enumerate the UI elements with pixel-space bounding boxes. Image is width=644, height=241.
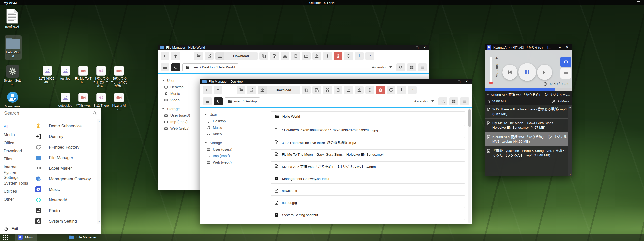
window-titlebar[interactable]: Kizuna AI × 花譜 #63 「かりそめ」 【... – ✕: [485, 44, 572, 50]
desktop-icon-file[interactable]: test.jpg: [56, 66, 74, 81]
paste-button[interactable]: [270, 52, 279, 60]
delete-button[interactable]: [334, 52, 342, 60]
file-row[interactable]: 3-12 There will be love there -愛のある場所-.m…: [271, 137, 465, 147]
delete-button[interactable]: [376, 86, 385, 94]
maximize-button[interactable]: ▢: [414, 46, 420, 49]
desktop-icon-file[interactable]: 【歌ってみた】愛にできる...: [92, 66, 110, 88]
playlist-item[interactable]: 3-12 There will be love there -愛のある場所-.m…: [485, 105, 568, 119]
breadcrumb[interactable]: user: / Desktop: [225, 97, 260, 105]
app-system-setting[interactable]: System Setting: [35, 216, 97, 224]
sidebar-item-drive-web[interactable]: Web (web:/): [162, 125, 200, 132]
paste-button[interactable]: [312, 86, 321, 94]
upload-button[interactable]: [355, 86, 364, 94]
category-all[interactable]: All: [0, 123, 31, 131]
new-folder-button[interactable]: [344, 86, 353, 94]
file-row[interactable]: Fly Me To The Moon _ Gawr Gura Sings _ H…: [271, 149, 465, 159]
category-system-tools[interactable]: System Tools: [0, 179, 31, 187]
minimize-button[interactable]: –: [407, 46, 412, 49]
up-button[interactable]: [171, 52, 180, 60]
app-dummy[interactable]: Dummy: [35, 131, 97, 142]
desktop-icon-newfile[interactable]: newfile.txt: [2, 9, 22, 29]
new-folder-button[interactable]: [302, 52, 311, 60]
app-management-gateway[interactable]: Management Gateway: [35, 174, 97, 184]
grid-view-button[interactable]: [407, 63, 416, 71]
menu-toggle-button[interactable]: [161, 63, 169, 71]
app-demo-subservice[interactable]: Demo Subservice: [35, 121, 97, 131]
help-button[interactable]: ?: [365, 52, 374, 60]
sort-dropdown[interactable]: Ascending: [372, 65, 392, 69]
search-button[interactable]: [438, 97, 447, 105]
window-titlebar[interactable]: File Manager - Desktop – ▢ ✕: [200, 79, 472, 84]
app-photo[interactable]: Photo: [35, 205, 97, 216]
scrollbar[interactable]: [468, 108, 471, 223]
refresh-button[interactable]: [344, 52, 353, 60]
download-button[interactable]: Download: [215, 52, 258, 60]
window-titlebar[interactable]: File Manager - Hello World – ▢ ✕: [158, 45, 429, 50]
progress-bar[interactable]: [485, 88, 572, 91]
category-office[interactable]: Office: [0, 139, 31, 147]
next-track-button[interactable]: [537, 65, 552, 80]
file-row[interactable]: output.jpg: [271, 198, 465, 208]
sidebar-section-storage[interactable]: Storage: [204, 140, 243, 146]
taskbar-item-file-manager[interactable]: File Manager: [66, 234, 99, 241]
desktop-icon-file[interactable]: 【歌ってみた】あの夏が飽...: [110, 66, 128, 88]
open-button[interactable]: [237, 86, 245, 94]
download-button[interactable]: Download: [258, 86, 300, 94]
volume-slider[interactable]: [490, 57, 492, 84]
desktop-icon-file[interactable]: 117346026_49...: [38, 66, 56, 84]
playlist-item[interactable]: Fly Me To The Moon _ Gawr Gura Sings _ H…: [485, 119, 568, 132]
app-list-scrollbar[interactable]: ▲ ▼: [97, 119, 101, 224]
rename-button[interactable]: [323, 52, 332, 60]
category-internet[interactable]: Internet: [0, 163, 31, 171]
sort-dropdown[interactable]: Ascending: [414, 99, 434, 103]
sidebar-item-drive-tmp[interactable]: tmp (tmp:/): [162, 119, 200, 125]
playlist-scrollbar[interactable]: ▲ ▼: [568, 105, 572, 176]
file-row[interactable]: Management Gateway.shortcut: [271, 174, 465, 184]
file-row-partial[interactable]: [271, 222, 465, 224]
desktop-icon-file[interactable]: Kizuna AI ×...: [110, 93, 128, 111]
share-button[interactable]: [247, 86, 256, 94]
back-button[interactable]: [161, 52, 169, 60]
scroll-up-icon[interactable]: ▲: [569, 106, 571, 108]
back-button[interactable]: [203, 86, 212, 94]
category-other[interactable]: Other: [0, 195, 31, 203]
minimize-button[interactable]: –: [449, 80, 454, 83]
list-view-button[interactable]: [418, 63, 427, 71]
share-button[interactable]: [205, 52, 214, 60]
playlist-item-active[interactable]: Kizuna AI × 花譜 #63 「かりそめ」 【オリジナルMV】 .web…: [485, 132, 568, 146]
sidebar-item-video[interactable]: Video: [204, 131, 243, 137]
taskbar-item-music[interactable]: Music: [15, 234, 37, 241]
playlist-item[interactable]: 『雪峰 ~yukimine~ Piano & Strings Ver.』を歌って…: [485, 146, 568, 160]
scroll-up-icon[interactable]: ▲: [98, 120, 100, 123]
scrollbar-thumb[interactable]: [468, 109, 471, 127]
file-row[interactable]: Kizuna AI × 花譜 #63 「かりそめ」 【オリジナルMV】 .web…: [271, 161, 465, 171]
desktop-icon-system-setting[interactable]: System Setting: [3, 65, 22, 86]
file-row[interactable]: 117346026_4968186883206677_3276783073763…: [271, 125, 465, 135]
hamburger-menu-icon[interactable]: [637, 1, 640, 4]
sidebar-item-desktop[interactable]: Desktop: [204, 118, 243, 124]
sidebar-section-storage[interactable]: Storage: [162, 106, 200, 112]
repeat-button[interactable]: [560, 57, 571, 67]
copy-button[interactable]: [302, 86, 311, 94]
desktop-icon-file[interactable]: 『雪峰 ~yu...: [74, 93, 92, 108]
close-button[interactable]: ✕: [564, 45, 570, 49]
new-file-button[interactable]: [334, 86, 342, 94]
desktop-icon-management-gateway[interactable]: Manageme: [3, 91, 22, 108]
volume-minus[interactable]: −: [495, 80, 498, 84]
scroll-down-icon[interactable]: ▼: [569, 173, 571, 176]
previous-track-button[interactable]: [502, 65, 517, 80]
desktop-icon-hello-world[interactable]: Hello World: [5, 35, 22, 60]
app-file-manager[interactable]: File Manager: [35, 152, 97, 163]
app-launcher-icon[interactable]: [3, 235, 8, 240]
close-button[interactable]: ✕: [422, 46, 427, 49]
close-button[interactable]: ✕: [464, 80, 470, 83]
upload-button[interactable]: [312, 52, 321, 60]
category-files[interactable]: Files: [0, 155, 31, 163]
sidebar-section-user[interactable]: User: [204, 111, 243, 118]
minimize-button[interactable]: –: [557, 45, 562, 49]
sidebar-item-drive-web[interactable]: Web (web:/): [204, 159, 243, 166]
breadcrumb[interactable]: user: / Desktop / Hello World: [182, 63, 238, 71]
playlist-button[interactable]: [560, 68, 571, 79]
pause-button[interactable]: [518, 63, 536, 81]
sidebar-item-drive-user[interactable]: User (user:/): [162, 112, 200, 119]
